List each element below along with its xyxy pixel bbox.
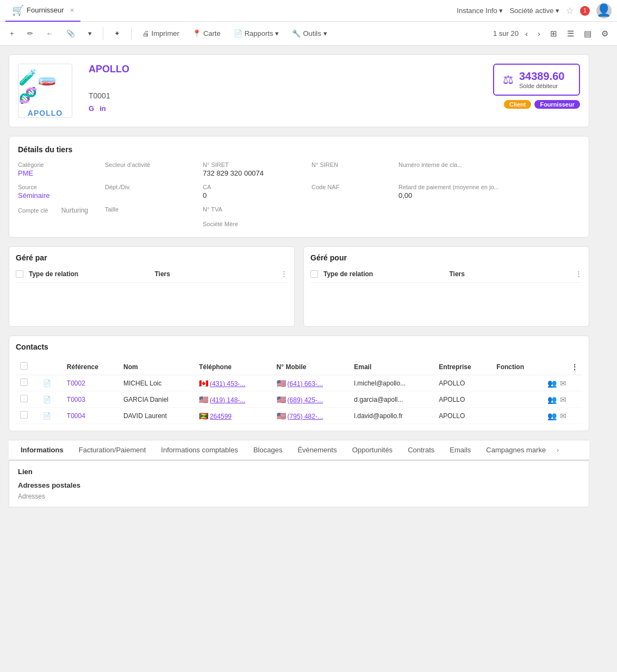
row-ref[interactable]: T0003 xyxy=(63,391,119,408)
gere-pour-body xyxy=(310,287,582,320)
action-icons: 👥 ✉ xyxy=(547,395,578,404)
tab-informations[interactable]: Informations xyxy=(13,440,71,461)
contacts-icon[interactable]: 👥 xyxy=(547,412,557,420)
balance-amount: 34389.60 xyxy=(519,70,564,83)
view-list-button[interactable]: ☰ xyxy=(564,28,577,40)
avatar[interactable]: 👤 xyxy=(596,3,612,18)
gere-par-checkbox[interactable] xyxy=(16,270,23,278)
tab-comptables[interactable]: Informations comptables xyxy=(153,440,246,461)
contacts-col-entreprise: Entreprise xyxy=(434,359,492,375)
print-button[interactable]: 🖨 Imprimer xyxy=(138,27,184,40)
linkedin-link[interactable]: in xyxy=(99,104,106,113)
email-icon[interactable]: ✉ xyxy=(560,395,566,404)
tools-dropdown-icon: ▾ xyxy=(323,29,327,38)
contacts-table: Référence Nom Téléphone N° Mobile Email … xyxy=(16,359,582,424)
row-ref[interactable]: T0002 xyxy=(63,375,119,391)
contacts-col-doc xyxy=(39,359,63,375)
nav-count: 1 sur 20 xyxy=(493,29,519,38)
cart-icon: 🛒 xyxy=(12,4,24,16)
toolbar: + ✏ ← 📎 ▾ ✦ 🖨 Imprimer 📍 Carte 📄 Rapport… xyxy=(0,22,617,46)
tel-flag: 🇺🇸 xyxy=(199,395,208,404)
tab-close-icon[interactable]: × xyxy=(70,6,74,14)
categorie-value[interactable]: PME xyxy=(18,169,105,177)
gere-pour-col-tiers: Tiers xyxy=(450,270,576,278)
nav-next-button[interactable]: › xyxy=(534,28,544,39)
row-checkbox[interactable] xyxy=(20,395,28,402)
gere-pour-menu-icon[interactable]: ⋮ xyxy=(575,270,582,278)
mobile-link[interactable]: (641) 663-... xyxy=(288,380,323,388)
contacts-header-checkbox[interactable] xyxy=(20,362,28,370)
settings-button[interactable]: ⚙ xyxy=(598,28,612,40)
add-button[interactable]: + xyxy=(5,27,18,40)
nurturing-inner: Nurturing xyxy=(61,206,88,214)
tel-link[interactable]: (431) 453-... xyxy=(210,380,245,388)
email-icon[interactable]: ✉ xyxy=(560,412,566,420)
dropdown-arrow-button[interactable]: ▾ xyxy=(84,27,96,40)
row-email: l.david@apollo.fr xyxy=(350,408,434,424)
tools-button[interactable]: 🔧 Outils ▾ xyxy=(288,27,331,40)
view-grid-button[interactable]: ⊞ xyxy=(547,28,560,40)
categorie-cell: Catégorie PME xyxy=(18,161,105,177)
contacts-icon[interactable]: 👥 xyxy=(547,379,557,388)
relation-row: Géré par Type de relation Tiers ⋮ Géré p… xyxy=(9,246,589,327)
notification-badge[interactable]: 1 xyxy=(580,6,590,16)
dept-cell: Dépt./Div. xyxy=(105,184,203,200)
company-ref: T0001 xyxy=(89,91,482,100)
adresses-label: Adresses xyxy=(18,493,580,500)
star-icon[interactable]: ☆ xyxy=(566,5,574,16)
paperclip-button[interactable]: 📎 xyxy=(62,27,79,40)
dept-label: Dépt./Div. xyxy=(105,184,203,190)
source-value[interactable]: Séminaire xyxy=(18,191,105,200)
wand-button[interactable]: ✦ xyxy=(110,27,124,40)
tab-facturation[interactable]: Facturation/Paiement xyxy=(71,440,154,461)
reports-button[interactable]: 📄 Rapports ▾ xyxy=(229,27,284,40)
details-title: Détails du tiers xyxy=(18,145,580,154)
edit-button[interactable]: ✏ xyxy=(23,27,38,40)
balance-label: Solde débiteur xyxy=(519,83,564,89)
row-doc-icon: 📄 xyxy=(39,391,63,408)
ca-label: CA xyxy=(203,184,311,190)
tel-link[interactable]: (419) 148-... xyxy=(210,396,245,404)
row-fonction xyxy=(492,408,543,424)
empty-r4-1 xyxy=(18,221,105,228)
tab-blocages[interactable]: Blocages xyxy=(246,440,290,461)
gere-par-card: Géré par Type de relation Tiers ⋮ xyxy=(9,246,295,327)
mobile-link[interactable]: (795) 482-... xyxy=(288,413,323,420)
contacts-col-actions: ⋮ xyxy=(543,359,582,375)
tel-flag: 🇨🇦 xyxy=(199,379,208,388)
row-nom: GARCIA Daniel xyxy=(119,391,195,408)
row-ref[interactable]: T0004 xyxy=(63,408,119,424)
separator xyxy=(131,27,132,40)
nav-prev-button[interactable]: ‹ xyxy=(522,28,531,39)
tab-opportunites[interactable]: Opportunités xyxy=(345,440,400,461)
societe-active[interactable]: Société active ▾ xyxy=(509,7,559,15)
gere-par-col-type: Type de relation xyxy=(29,270,155,278)
back-button[interactable]: ← xyxy=(42,27,58,40)
view-card-button[interactable]: ▤ xyxy=(581,28,595,40)
company-name: APOLLO xyxy=(89,64,482,75)
row-checkbox[interactable] xyxy=(20,378,28,386)
row-entreprise: APOLLO xyxy=(434,408,492,424)
gere-par-menu-icon[interactable]: ⋮ xyxy=(281,270,288,278)
tab-contrats[interactable]: Contrats xyxy=(400,440,442,461)
badges: Client Fournisseur xyxy=(504,100,580,109)
action-icons: 👥 ✉ xyxy=(547,412,578,420)
tab-emails[interactable]: Emails xyxy=(442,440,478,461)
tel-link[interactable]: 264599 xyxy=(210,413,232,420)
categorie-label: Catégorie xyxy=(18,161,105,168)
email-icon[interactable]: ✉ xyxy=(560,379,566,388)
tab-campagnes[interactable]: Campagnes marke xyxy=(478,440,553,461)
topbar: 🛒 Fournisseur × Instance Info ▾ Société … xyxy=(0,0,617,22)
tab-fournisseur[interactable]: 🛒 Fournisseur × xyxy=(5,0,80,22)
map-button[interactable]: 📍 Carte xyxy=(188,27,225,40)
tab-evenements[interactable]: Évènements xyxy=(290,440,344,461)
source-cell: Source Séminaire xyxy=(18,184,105,200)
instance-info[interactable]: Instance Info ▾ xyxy=(457,7,503,15)
row-checkbox[interactable] xyxy=(20,411,28,419)
google-link[interactable]: G xyxy=(89,104,94,113)
siren-label: N° SIREN xyxy=(311,161,398,168)
gere-pour-checkbox[interactable] xyxy=(310,270,318,278)
contacts-icon[interactable]: 👥 xyxy=(547,395,557,404)
mobile-link[interactable]: (689) 425-... xyxy=(288,396,323,404)
tab-more-icon[interactable]: › xyxy=(553,440,562,459)
